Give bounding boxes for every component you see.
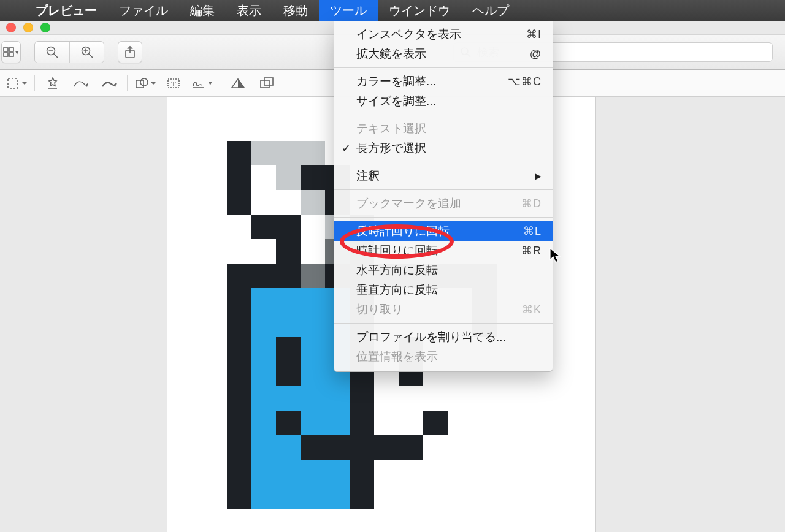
svg-rect-31 xyxy=(251,165,276,190)
svg-point-20 xyxy=(140,78,148,86)
menu-item[interactable]: 注釈 xyxy=(334,166,553,186)
menu-item: テキスト選択 xyxy=(334,119,553,139)
svg-rect-43 xyxy=(301,239,325,264)
menu-item-shortcut: ⌘K xyxy=(522,303,542,316)
menu-item-shortcut: @ xyxy=(530,48,542,61)
close-window-button[interactable] xyxy=(6,23,16,32)
menu-item-shortcut: ⌥⌘C xyxy=(508,75,542,88)
system-menubar: プレビュー ファイル 編集 表示 移動 ツール ウインドウ ヘルプ xyxy=(0,0,785,21)
menu-help[interactable]: ヘルプ xyxy=(461,0,520,21)
svg-rect-38 xyxy=(251,215,301,239)
svg-rect-15 xyxy=(8,78,18,88)
menu-item-shortcut: ⌘L xyxy=(523,224,542,238)
svg-rect-42 xyxy=(276,239,301,264)
svg-rect-59 xyxy=(350,435,374,460)
menu-item-label: 時計回りに回転 xyxy=(356,243,438,259)
menu-item-label: ブックマークを追加 xyxy=(356,196,461,211)
tools-menu-dropdown: インスペクタを表示⌘I拡大鏡を表示@カラーを調整...⌥⌘Cサイズを調整...テ… xyxy=(334,21,553,372)
menu-item: ブックマークを追加⌘D xyxy=(334,194,553,213)
menu-item-label: カラーを調整... xyxy=(356,74,436,89)
menu-item-label: 水平方向に反転 xyxy=(356,262,438,278)
menu-item[interactable]: サイズを調整... xyxy=(334,91,553,111)
svg-rect-54 xyxy=(276,337,301,386)
menu-item-label: テキスト選択 xyxy=(356,121,426,137)
menu-separator xyxy=(334,162,553,162)
menu-item: 切り取り⌘K xyxy=(334,300,553,319)
menu-item[interactable]: 反時計回りに回転⌘L xyxy=(334,221,553,241)
adjust-size-tool[interactable] xyxy=(252,74,280,93)
svg-marker-17 xyxy=(85,83,88,87)
menu-edit[interactable]: 編集 xyxy=(179,0,226,21)
zoom-in-button[interactable] xyxy=(69,42,104,63)
menu-separator xyxy=(334,189,553,190)
menu-item[interactable]: 長方形で選択 xyxy=(334,139,553,158)
adjust-color-tool[interactable] xyxy=(224,74,252,93)
menu-item-label: プロファイルを割り当てる... xyxy=(356,329,506,345)
svg-line-8 xyxy=(89,54,93,58)
sign-tool[interactable]: ▾ xyxy=(188,74,216,93)
menu-tools[interactable]: ツール xyxy=(319,0,378,21)
shapes-tool[interactable] xyxy=(131,74,159,93)
menu-item[interactable]: 拡大鏡を表示@ xyxy=(334,44,553,64)
menu-item-label: 拡大鏡を表示 xyxy=(356,46,426,62)
svg-marker-18 xyxy=(113,83,117,87)
menu-separator xyxy=(334,67,553,68)
svg-rect-2 xyxy=(4,53,8,56)
menu-item[interactable]: インスペクタを表示⌘I xyxy=(334,25,553,44)
svg-rect-30 xyxy=(227,165,251,190)
svg-rect-19 xyxy=(136,80,144,88)
minimize-window-button[interactable] xyxy=(23,23,33,32)
svg-rect-0 xyxy=(4,48,8,51)
menu-item-shortcut: ⌘R xyxy=(521,244,542,257)
instant-alpha-tool[interactable] xyxy=(39,74,67,93)
menu-item[interactable]: プロファイルを割り当てる... xyxy=(334,327,553,347)
menu-item-shortcut: ⌘I xyxy=(526,28,542,41)
menu-item[interactable]: 水平方向に反転 xyxy=(334,260,553,280)
menu-item-label: サイズを調整... xyxy=(356,93,436,109)
menu-item-label: インスペクタを表示 xyxy=(356,26,461,42)
menu-item-label: 反時計回りに回転 xyxy=(356,223,450,239)
svg-rect-28 xyxy=(227,141,251,165)
menu-item-shortcut: ⌘D xyxy=(521,197,542,210)
zoom-window-button[interactable] xyxy=(40,23,50,32)
menu-item-label: 位置情報を表示 xyxy=(356,349,438,365)
svg-rect-27 xyxy=(264,78,273,85)
zoom-out-button[interactable] xyxy=(35,42,69,63)
menu-separator xyxy=(334,217,553,218)
svg-rect-56 xyxy=(276,411,301,435)
svg-rect-58 xyxy=(423,411,448,435)
menu-item[interactable]: 垂直方向に反転 xyxy=(334,280,553,300)
svg-rect-34 xyxy=(227,190,251,215)
menu-item-label: 注釈 xyxy=(356,168,380,184)
svg-rect-1 xyxy=(9,48,13,51)
svg-rect-39 xyxy=(301,215,325,239)
menu-item-label: 切り取り xyxy=(356,302,403,317)
menu-item: 位置情報を表示 xyxy=(334,347,553,367)
menu-file[interactable]: ファイル xyxy=(108,0,179,21)
svg-line-5 xyxy=(54,54,58,58)
menu-item-label: 垂直方向に反転 xyxy=(356,282,438,298)
share-button[interactable] xyxy=(118,41,142,63)
text-tool[interactable]: T xyxy=(159,74,188,93)
zoom-segment xyxy=(34,41,104,63)
svg-text:T: T xyxy=(171,79,176,88)
menu-window[interactable]: ウインドウ xyxy=(378,0,461,21)
menu-separator xyxy=(334,323,553,324)
menu-item-label: 長方形で選択 xyxy=(356,140,426,156)
menu-separator xyxy=(334,115,553,115)
menu-item[interactable]: カラーを調整...⌥⌘C xyxy=(334,72,553,91)
draw-tool[interactable] xyxy=(95,74,123,93)
svg-rect-35 xyxy=(251,190,301,215)
svg-rect-26 xyxy=(261,80,269,88)
menu-view[interactable]: 表示 xyxy=(226,0,272,21)
svg-rect-49 xyxy=(227,288,251,509)
selection-tool[interactable] xyxy=(2,74,31,93)
svg-rect-32 xyxy=(276,165,301,190)
svg-rect-36 xyxy=(301,190,325,215)
menu-go[interactable]: 移動 xyxy=(272,0,319,21)
view-mode-dropdown[interactable]: ▾ xyxy=(1,41,21,63)
svg-rect-3 xyxy=(9,53,13,56)
menu-item[interactable]: 時計回りに回転⌘R xyxy=(334,241,553,260)
sketch-tool[interactable] xyxy=(67,74,95,93)
app-name[interactable]: プレビュー xyxy=(25,0,108,21)
